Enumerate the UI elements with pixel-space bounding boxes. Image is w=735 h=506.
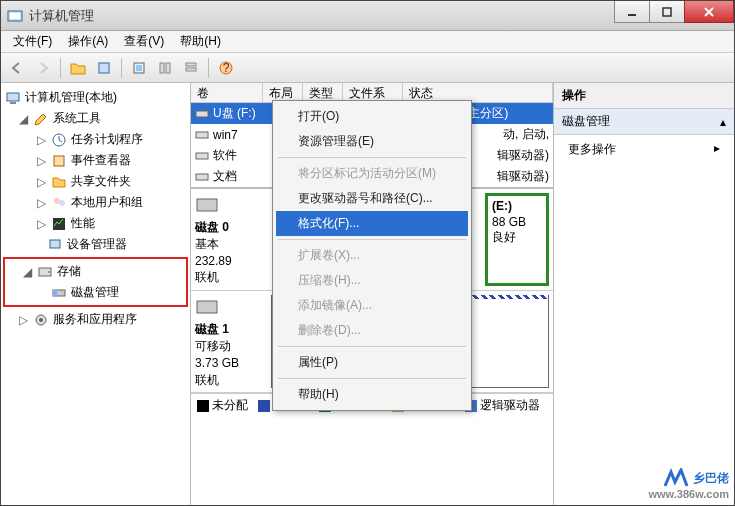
maximize-button[interactable] bbox=[649, 1, 685, 23]
ctx-help[interactable]: 帮助(H) bbox=[276, 382, 468, 407]
ctx-mirror: 添加镜像(A)... bbox=[276, 293, 468, 318]
tree-users[interactable]: ▷ 本地用户和组 bbox=[3, 192, 188, 213]
disk-state: 联机 bbox=[195, 372, 265, 389]
col-volume[interactable]: 卷 bbox=[191, 83, 263, 102]
tree-diskmgmt[interactable]: 磁盘管理 bbox=[7, 282, 184, 303]
minimize-button[interactable] bbox=[614, 1, 650, 23]
disk-size: 3.73 GB bbox=[195, 355, 265, 372]
services-icon bbox=[33, 312, 49, 328]
expand-icon[interactable]: ▷ bbox=[35, 175, 47, 189]
ctx-properties[interactable]: 属性(P) bbox=[276, 350, 468, 375]
disk-title: 磁盘 0 bbox=[195, 219, 265, 236]
svg-point-20 bbox=[59, 200, 65, 206]
disk-icon bbox=[195, 295, 219, 319]
ctx-shrink: 压缩卷(H)... bbox=[276, 268, 468, 293]
svg-rect-26 bbox=[53, 290, 57, 296]
partition-e[interactable]: (E:) 88 GB 良好 bbox=[485, 193, 549, 286]
toolbar-separator bbox=[208, 58, 209, 78]
folder-icon bbox=[51, 174, 67, 190]
actions-section-label: 磁盘管理 bbox=[562, 113, 610, 130]
drive-icon bbox=[195, 149, 209, 163]
users-icon bbox=[51, 195, 67, 211]
list-button[interactable] bbox=[153, 56, 177, 80]
expand-icon[interactable]: ▷ bbox=[35, 196, 47, 210]
ctx-delete: 删除卷(D)... bbox=[276, 318, 468, 343]
svg-rect-9 bbox=[160, 63, 164, 73]
collapse-icon[interactable]: ◢ bbox=[17, 112, 29, 126]
app-icon bbox=[7, 8, 23, 24]
folder-button[interactable] bbox=[66, 56, 90, 80]
forward-button[interactable] bbox=[31, 56, 55, 80]
tree-systools[interactable]: ◢ 系统工具 bbox=[3, 108, 188, 129]
actions-header: 操作 bbox=[554, 83, 734, 109]
disk-title: 磁盘 1 bbox=[195, 321, 265, 338]
tree-perf-label: 性能 bbox=[71, 215, 95, 232]
tree-shared[interactable]: ▷ 共享文件夹 bbox=[3, 171, 188, 192]
nav-tree: 计算机管理(本地) ◢ 系统工具 ▷ 任务计划程序 ▷ 事件查看器 ▷ 共享文件… bbox=[1, 83, 191, 505]
expand-icon[interactable]: ▷ bbox=[35, 133, 47, 147]
actions-section[interactable]: 磁盘管理 ▴ bbox=[554, 109, 734, 135]
computer-icon bbox=[5, 90, 21, 106]
menu-view[interactable]: 查看(V) bbox=[116, 31, 172, 52]
window-controls bbox=[615, 1, 734, 23]
tree-devmgr-label: 设备管理器 bbox=[67, 236, 127, 253]
chevron-right-icon: ▸ bbox=[714, 141, 720, 158]
drive-icon bbox=[195, 128, 209, 142]
svg-rect-31 bbox=[196, 153, 208, 159]
part-status: 良好 bbox=[492, 230, 516, 244]
watermark-logo-icon bbox=[663, 468, 691, 488]
svg-rect-11 bbox=[186, 63, 196, 66]
expand-icon[interactable]: ▷ bbox=[17, 313, 29, 327]
disk-kind: 可移动 bbox=[195, 338, 265, 355]
detail-button[interactable] bbox=[179, 56, 203, 80]
disk-state: 联机 bbox=[195, 269, 265, 286]
actions-more-label: 更多操作 bbox=[568, 141, 616, 158]
vol-name: win7 bbox=[213, 128, 238, 142]
tree-task[interactable]: ▷ 任务计划程序 bbox=[3, 129, 188, 150]
tree-storage-label: 存储 bbox=[57, 263, 81, 280]
expand-icon[interactable]: ▷ bbox=[35, 154, 47, 168]
perf-icon bbox=[51, 216, 67, 232]
toolbar-separator bbox=[121, 58, 122, 78]
part-label: (E:) bbox=[492, 199, 512, 213]
ctx-open[interactable]: 打开(O) bbox=[276, 104, 468, 129]
toolbar-separator bbox=[60, 58, 61, 78]
disk-0-label[interactable]: 磁盘 0 基本 232.89 联机 bbox=[195, 193, 265, 286]
title-bar: 计算机管理 bbox=[1, 1, 734, 31]
tree-root[interactable]: 计算机管理(本地) bbox=[3, 87, 188, 108]
tree-systools-label: 系统工具 bbox=[53, 110, 101, 127]
menu-file[interactable]: 文件(F) bbox=[5, 31, 60, 52]
tree-devmgr[interactable]: 设备管理器 bbox=[3, 234, 188, 255]
svg-point-24 bbox=[48, 271, 50, 273]
vol-name: 软件 bbox=[213, 147, 237, 164]
ctx-format[interactable]: 格式化(F)... bbox=[276, 211, 468, 236]
refresh-button[interactable] bbox=[127, 56, 151, 80]
menu-bar: 文件(F) 操作(A) 查看(V) 帮助(H) bbox=[1, 31, 734, 53]
tree-event[interactable]: ▷ 事件查看器 bbox=[3, 150, 188, 171]
ctx-explorer[interactable]: 资源管理器(E) bbox=[276, 129, 468, 154]
close-button[interactable] bbox=[684, 1, 734, 23]
disk-1-label[interactable]: 磁盘 1 可移动 3.73 GB 联机 bbox=[195, 295, 265, 388]
tree-perf[interactable]: ▷ 性能 bbox=[3, 213, 188, 234]
back-button[interactable] bbox=[5, 56, 29, 80]
collapse-icon[interactable]: ◢ bbox=[21, 265, 33, 279]
tree-services[interactable]: ▷ 服务和应用程序 bbox=[3, 309, 188, 330]
menu-help[interactable]: 帮助(H) bbox=[172, 31, 229, 52]
watermark-url: www.386w.com bbox=[649, 488, 730, 500]
expand-icon[interactable]: ▷ bbox=[35, 217, 47, 231]
toolbar: ? bbox=[1, 53, 734, 83]
chevron-up-icon: ▴ bbox=[720, 115, 726, 129]
clock-icon bbox=[51, 132, 67, 148]
tree-root-label: 计算机管理(本地) bbox=[25, 89, 117, 106]
tree-storage[interactable]: ◢ 存储 bbox=[7, 261, 184, 282]
svg-rect-10 bbox=[166, 63, 170, 73]
props-button[interactable] bbox=[92, 56, 116, 80]
actions-more[interactable]: 更多操作 ▸ bbox=[554, 135, 734, 164]
help-button[interactable]: ? bbox=[214, 56, 238, 80]
ctx-separator bbox=[278, 239, 466, 240]
menu-action[interactable]: 操作(A) bbox=[60, 31, 116, 52]
actions-pane: 操作 磁盘管理 ▴ 更多操作 ▸ bbox=[554, 83, 734, 505]
svg-rect-12 bbox=[186, 68, 196, 71]
ctx-change-letter[interactable]: 更改驱动器号和路径(C)... bbox=[276, 186, 468, 211]
drive-icon bbox=[195, 170, 209, 184]
